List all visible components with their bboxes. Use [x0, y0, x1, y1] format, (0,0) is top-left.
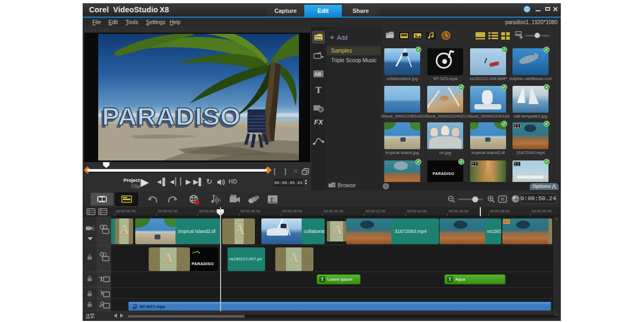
- svg-text:AB: AB: [314, 71, 321, 77]
- svg-text:PARADISO: PARADISO: [102, 103, 241, 130]
- svg-text:T: T: [270, 197, 274, 203]
- svg-text:T: T: [99, 275, 104, 283]
